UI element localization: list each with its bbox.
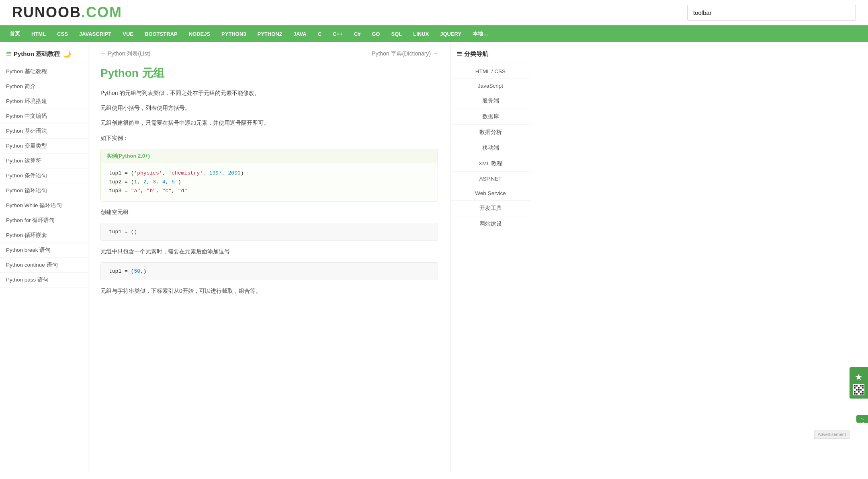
search-input[interactable]: [687, 5, 856, 21]
nav-item-python3[interactable]: PYTHON3: [216, 26, 252, 42]
sidebar-items: Python 基础教程Python 简介Python 环境搭建Python 中文…: [0, 64, 88, 288]
right-sidebar-item[interactable]: Web Service: [450, 186, 530, 201]
nav-item-c[interactable]: C++: [327, 26, 348, 42]
code-example-header: 实例(Python 2.0+): [101, 149, 438, 163]
code-block-3: tup1 = (50,): [100, 262, 438, 280]
article-p4: 如下实例：: [100, 133, 438, 143]
nav-item-java[interactable]: JAVA: [288, 26, 312, 42]
right-sidebar-item[interactable]: 数据分析: [450, 125, 530, 140]
right-sidebar-item[interactable]: 开发工具: [450, 201, 530, 216]
article-p1: Python 的元组与列表类似，不同之处在于元组的元素不能修改。: [100, 88, 438, 98]
feedback-button[interactable]: 反馈/建议: [856, 415, 868, 423]
right-sidebar-item[interactable]: XML 教程: [450, 156, 530, 172]
code-block-2: tup1 = (): [100, 223, 438, 241]
sidebar-item[interactable]: Python 环境搭建: [0, 94, 88, 109]
nav-item-c[interactable]: C: [312, 26, 327, 42]
nav-item-bootstrap[interactable]: BOOTSTRAP: [139, 26, 183, 42]
list-icon-right: ☰: [457, 51, 462, 58]
sidebar-item[interactable]: Python 条件语句: [0, 169, 88, 183]
sidebar-item[interactable]: Python 简介: [0, 79, 88, 94]
advertisement-label: Advertisement: [814, 430, 850, 439]
sidebar-item[interactable]: Python for 循环语句: [0, 213, 88, 228]
right-sidebar-item[interactable]: HTML / CSS: [450, 64, 530, 79]
nav-item-sql[interactable]: SQL: [385, 26, 407, 42]
right-sidebar-item[interactable]: 数据库: [450, 109, 530, 125]
qr-code: [853, 384, 864, 395]
main-content: ← Python 列表(List) Python 字典(Dictionary) …: [88, 42, 450, 473]
prev-page-link[interactable]: ← Python 列表(List): [100, 50, 150, 58]
nav-item-linux[interactable]: LINUX: [407, 26, 434, 42]
code-line-1: tup1 = ('physics', 'chemistry', 1997, 20…: [109, 169, 430, 178]
nav-item-[interactable]: 首页: [4, 25, 26, 42]
article-p2: 元组使用小括号，列表使用方括号。: [100, 103, 438, 113]
nav-item-css[interactable]: CSS: [51, 26, 74, 42]
right-sidebar-title: ☰ 分类导航: [450, 46, 530, 62]
sidebar-item[interactable]: Python 变量类型: [0, 139, 88, 154]
article: Python 元组 Python 的元组与列表类似，不同之处在于元组的元素不能修…: [100, 66, 438, 296]
article-title: Python 元组: [100, 66, 438, 81]
nav-item-nodejs[interactable]: NODEJS: [183, 26, 216, 42]
code-line-2: tup2 = (1, 2, 3, 4, 5 ): [109, 178, 430, 187]
article-p6: 元组中只包含一个元素时，需要在元素后面添加逗号: [100, 247, 438, 257]
logo-com: COM: [86, 4, 122, 21]
next-page-link[interactable]: Python 字典(Dictionary) →: [372, 50, 438, 58]
right-sidebar-item[interactable]: 移动端: [450, 140, 530, 156]
nav-item-vue[interactable]: VUE: [117, 26, 139, 42]
list-icon: ☰: [6, 51, 11, 58]
right-sidebar-items: HTML / CSSJavaScript服务端数据库数据分析移动端XML 教程A…: [450, 64, 530, 232]
nav-item-javascript[interactable]: JAVASCRIPT: [74, 26, 117, 42]
right-sidebar-item[interactable]: 网站建设: [450, 216, 530, 232]
nav-item-c[interactable]: C#: [348, 26, 366, 42]
header: RUNOOB.COM: [0, 0, 868, 25]
right-sidebar-item[interactable]: 服务端: [450, 93, 530, 109]
right-sidebar: ☰ 分类导航 HTML / CSSJavaScript服务端数据库数据分析移动端…: [450, 42, 530, 473]
sidebar-item[interactable]: Python 循环语句: [0, 183, 88, 198]
nav-item-html[interactable]: HTML: [26, 26, 51, 42]
right-sidebar-item[interactable]: ASP.NET: [450, 172, 530, 186]
sidebar-item[interactable]: Python 运算符: [0, 154, 88, 169]
left-sidebar: ☰ Python 基础教程 🌙 Python 基础教程Python 简介Pyth…: [0, 42, 88, 473]
code-block-1: tup1 = ('physics', 'chemistry', 1997, 20…: [101, 163, 438, 201]
code-example-1: 实例(Python 2.0+) tup1 = ('physics', 'chem…: [100, 149, 438, 201]
logo-runoob: RUNOOB: [12, 4, 81, 21]
qr-box: ★: [850, 367, 868, 399]
article-p3: 元组创建很简单，只需要在括号中添加元素，并使用逗号隔开即可。: [100, 118, 438, 128]
sidebar-title: ☰ Python 基础教程 🌙: [0, 46, 88, 62]
sidebar-item[interactable]: Python 基础教程: [0, 64, 88, 79]
sidebar-item[interactable]: Python While 循环语句: [0, 198, 88, 213]
sidebar-item[interactable]: Python break 语句: [0, 243, 88, 258]
layout: ☰ Python 基础教程 🌙 Python 基础教程Python 简介Pyth…: [0, 42, 868, 473]
logo-dot: .: [81, 4, 86, 21]
article-p7: 元组与字符串类似，下标索引从0开始，可以进行截取，组合等。: [100, 286, 438, 296]
nav-item-jquery[interactable]: JQUERY: [434, 26, 467, 42]
nav-item-go[interactable]: GO: [366, 26, 385, 42]
code-line-3: tup3 = "a", "b", "c", "d": [109, 187, 430, 195]
sidebar-item[interactable]: Python pass 语句: [0, 273, 88, 288]
main-nav: 首页HTMLCSSJAVASCRIPTVUEBOOTSTRAPNODEJSPYT…: [0, 25, 868, 42]
sidebar-item[interactable]: Python continue 语句: [0, 258, 88, 273]
logo: RUNOOB.COM: [12, 4, 122, 21]
nav-item-[interactable]: 本地…: [467, 25, 494, 42]
sidebar-item[interactable]: Python 循环嵌套: [0, 228, 88, 243]
sidebar-item[interactable]: Python 中文编码: [0, 109, 88, 124]
nav-item-python2[interactable]: PYTHON2: [252, 26, 288, 42]
moon-icon[interactable]: 🌙: [63, 50, 71, 58]
sidebar-item[interactable]: Python 基础语法: [0, 124, 88, 139]
right-sidebar-item[interactable]: JavaScript: [450, 79, 530, 93]
article-p5: 创建空元组: [100, 207, 438, 217]
page-navigation: ← Python 列表(List) Python 字典(Dictionary) …: [100, 50, 438, 58]
star-icon[interactable]: ★: [855, 372, 863, 382]
